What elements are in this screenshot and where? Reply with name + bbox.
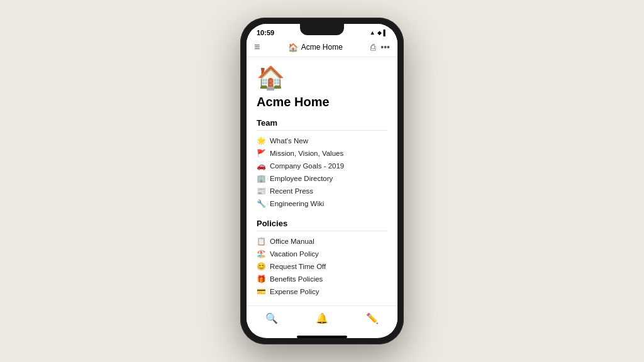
item-label: What's New bbox=[270, 137, 308, 145]
battery-icon: ▌ bbox=[384, 30, 387, 36]
status-icons: ▲ ◆ ▌ bbox=[370, 30, 387, 36]
team-section: Team 🌟 What's New 🚩 Mission, Vision, Val… bbox=[257, 118, 387, 210]
item-label: Recent Press bbox=[270, 187, 313, 195]
list-item[interactable]: 🏖️ Vacation Policy bbox=[257, 248, 387, 260]
list-item[interactable]: 😊 Request Time Off bbox=[257, 260, 387, 273]
list-item[interactable]: 🚩 Mission, Vision, Values bbox=[257, 147, 387, 160]
list-item[interactable]: 📋 Office Manual bbox=[257, 235, 387, 248]
page-emoji-icon: 🏠 bbox=[257, 65, 387, 91]
item-icon: 🚗 bbox=[257, 162, 266, 170]
policies-section-header: Policies bbox=[257, 219, 387, 231]
item-label: Employee Directory bbox=[270, 175, 333, 182]
item-icon: 🏢 bbox=[257, 174, 266, 183]
phone-notch bbox=[300, 24, 344, 35]
item-label: Mission, Vision, Values bbox=[270, 150, 343, 157]
nav-title-text: Acme Home bbox=[301, 43, 343, 52]
more-icon[interactable]: ••• bbox=[380, 42, 390, 52]
nav-title-area: 🏠 Acme Home bbox=[288, 43, 343, 52]
item-icon: 📰 bbox=[257, 187, 266, 195]
share-icon[interactable]: ⎙ bbox=[370, 42, 375, 52]
item-label: Benefits Policies bbox=[270, 275, 323, 283]
item-icon: 😊 bbox=[257, 262, 266, 271]
list-item[interactable]: 📰 Recent Press bbox=[257, 185, 387, 197]
policies-section: Policies 📋 Office Manual 🏖️ Vacation Pol… bbox=[257, 219, 387, 298]
item-label: Engineering Wiki bbox=[270, 200, 324, 207]
search-icon: 🔍 bbox=[265, 312, 278, 324]
item-icon: 🌟 bbox=[257, 136, 266, 145]
tab-bar: 🔍 🔔 ✏️ bbox=[247, 305, 397, 333]
tab-compose[interactable]: ✏️ bbox=[356, 311, 389, 326]
item-label: Company Goals - 2019 bbox=[270, 162, 344, 170]
list-item[interactable]: 🎁 Benefits Policies bbox=[257, 273, 387, 285]
tab-search[interactable]: 🔍 bbox=[255, 311, 288, 326]
phone-frame: 10:59 ▲ ◆ ▌ ≡ 🏠 Acme Home ⎙ ••• 🏠 Acme H… bbox=[240, 18, 404, 344]
list-item[interactable]: 🚗 Company Goals - 2019 bbox=[257, 160, 387, 172]
home-indicator bbox=[297, 336, 347, 338]
item-icon: 🔧 bbox=[257, 199, 266, 208]
item-icon: 🏖️ bbox=[257, 250, 266, 258]
list-item[interactable]: 🌟 What's New bbox=[257, 134, 387, 147]
list-item[interactable]: 🔧 Engineering Wiki bbox=[257, 197, 387, 210]
page-title: Acme Home bbox=[257, 95, 387, 109]
list-item[interactable]: 🏢 Employee Directory bbox=[257, 172, 387, 185]
item-icon: 🎁 bbox=[257, 275, 266, 283]
signal-icon: ▲ bbox=[370, 30, 375, 36]
item-label: Request Time Off bbox=[270, 263, 326, 270]
item-icon: 🚩 bbox=[257, 149, 266, 158]
item-label: Expense Policy bbox=[270, 288, 319, 295]
item-icon: 💳 bbox=[257, 287, 266, 296]
item-icon: 📋 bbox=[257, 237, 266, 246]
nav-bar: ≡ 🏠 Acme Home ⎙ ••• bbox=[247, 39, 397, 57]
wifi-icon: ◆ bbox=[377, 30, 382, 36]
nav-page-icon: 🏠 bbox=[288, 43, 298, 52]
bell-icon: 🔔 bbox=[316, 312, 328, 324]
item-label: Vacation Policy bbox=[270, 250, 319, 258]
tab-notifications[interactable]: 🔔 bbox=[306, 311, 338, 326]
status-time: 10:59 bbox=[257, 29, 274, 36]
item-label: Office Manual bbox=[270, 238, 314, 245]
page-content: 🏠 Acme Home Team 🌟 What's New 🚩 Mission,… bbox=[247, 57, 397, 305]
menu-icon[interactable]: ≡ bbox=[254, 41, 260, 53]
edit-icon: ✏️ bbox=[366, 312, 379, 324]
phone-screen: 10:59 ▲ ◆ ▌ ≡ 🏠 Acme Home ⎙ ••• 🏠 Acme H… bbox=[247, 24, 397, 338]
nav-right-icons: ⎙ ••• bbox=[370, 42, 390, 52]
team-section-header: Team bbox=[257, 118, 387, 131]
list-item[interactable]: 💳 Expense Policy bbox=[257, 285, 387, 298]
